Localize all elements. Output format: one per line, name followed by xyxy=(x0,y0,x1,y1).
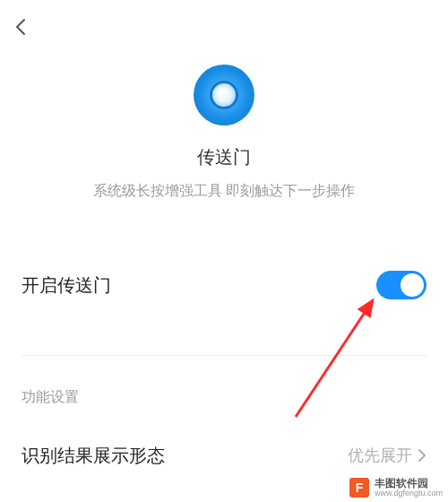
divider xyxy=(22,355,426,356)
display-mode-row[interactable]: 识别结果展示形态 优先展开 xyxy=(0,434,448,477)
enable-toggle-row: 开启传送门 xyxy=(0,258,448,312)
section-header: 功能设置 xyxy=(0,388,448,407)
display-mode-value-wrap: 优先展开 xyxy=(348,445,426,466)
app-subtitle: 系统级长按增强工具 即刻触达下一步操作 xyxy=(93,182,355,201)
enable-toggle-label: 开启传送门 xyxy=(22,273,111,298)
watermark-text: 丰图软件园 www.dgfengtu.com xyxy=(375,478,443,498)
back-button[interactable] xyxy=(11,16,32,38)
watermark: F 丰图软件园 www.dgfengtu.com xyxy=(344,474,448,502)
watermark-url: www.dgfengtu.com xyxy=(375,489,443,498)
display-mode-value: 优先展开 xyxy=(348,445,412,466)
app-hero: 传送门 系统级长按增强工具 即刻触达下一步操作 xyxy=(0,0,448,201)
display-mode-label: 识别结果展示形态 xyxy=(22,444,165,468)
app-icon xyxy=(194,65,254,126)
chevron-left-icon xyxy=(11,16,32,38)
enable-toggle-switch[interactable] xyxy=(376,271,426,299)
chevron-right-icon xyxy=(418,448,426,463)
watermark-logo-icon: F xyxy=(349,478,369,498)
app-title: 传送门 xyxy=(197,145,251,169)
